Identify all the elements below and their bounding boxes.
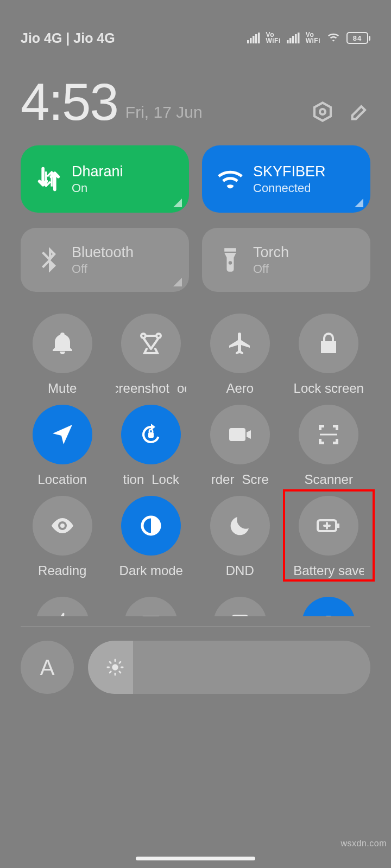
battery-icon: 84 bbox=[346, 32, 370, 44]
svg-rect-7 bbox=[292, 36, 294, 43]
floating-window-icon bbox=[229, 612, 251, 616]
svg-rect-1 bbox=[250, 38, 252, 43]
mini-toggle-4[interactable] bbox=[287, 597, 371, 616]
moon-icon bbox=[227, 513, 253, 539]
expand-icon[interactable] bbox=[355, 199, 363, 207]
mobile-data-tile[interactable]: Dharani On bbox=[21, 145, 189, 213]
vibrate-icon bbox=[317, 612, 340, 616]
bell-icon bbox=[49, 330, 75, 356]
edit-icon[interactable] bbox=[349, 101, 370, 123]
svg-rect-2 bbox=[253, 36, 255, 43]
svg-line-28 bbox=[110, 672, 111, 673]
location-toggle[interactable]: Location bbox=[21, 405, 104, 487]
toggle-label: Dark mode bbox=[119, 563, 183, 578]
toggle-label: rderScre bbox=[211, 472, 269, 487]
svg-point-21 bbox=[112, 664, 118, 670]
eye-icon bbox=[49, 513, 75, 539]
rotation-lock-toggle[interactable]: tionLock bbox=[110, 405, 193, 487]
svg-rect-6 bbox=[289, 38, 292, 43]
toggle-label: Aero bbox=[226, 381, 254, 396]
divider bbox=[21, 626, 370, 627]
bluetooth-title: Bluetooth bbox=[72, 244, 134, 261]
mobile-data-title: Dharani bbox=[72, 163, 123, 180]
torch-status: Off bbox=[253, 262, 289, 276]
torch-icon bbox=[216, 246, 244, 274]
carrier-label: Jio 4G | Jio 4G bbox=[21, 30, 115, 46]
video-icon bbox=[227, 422, 253, 448]
reading-mode-toggle[interactable]: Reading bbox=[21, 496, 104, 578]
toggle-label: Battery saver bbox=[293, 563, 364, 578]
clock-header: 4:53 Fri, 17 Jun bbox=[0, 76, 391, 142]
bluetooth-status: Off bbox=[72, 262, 134, 276]
wifi-status: Connected bbox=[253, 181, 326, 195]
torch-title: Torch bbox=[253, 244, 289, 261]
svg-rect-13 bbox=[148, 432, 154, 438]
settings-icon[interactable] bbox=[312, 101, 333, 123]
svg-rect-4 bbox=[258, 33, 260, 43]
torch-tile[interactable]: Torch Off bbox=[202, 228, 370, 292]
svg-rect-0 bbox=[247, 40, 249, 43]
expand-icon[interactable] bbox=[173, 278, 182, 286]
mobile-data-status: On bbox=[72, 181, 123, 195]
cast-icon bbox=[140, 612, 162, 616]
toggle-label: Mute bbox=[48, 381, 77, 396]
wifi-title: SKYFIBER bbox=[253, 163, 326, 180]
toggle-label: tionLock bbox=[123, 472, 179, 487]
mute-toggle[interactable]: Mute bbox=[21, 314, 104, 396]
brightness-row: A bbox=[0, 641, 391, 694]
toggle-label: DND bbox=[226, 563, 254, 578]
brightness-icon bbox=[106, 658, 124, 676]
dark-mode-icon bbox=[138, 513, 164, 539]
home-indicator[interactable] bbox=[136, 857, 255, 860]
vowifi-icon: VoWiFi bbox=[306, 32, 320, 44]
clock-time: 4:53 bbox=[21, 76, 118, 128]
toggle-label: Screenshotode bbox=[116, 381, 186, 396]
expand-icon[interactable] bbox=[173, 199, 182, 207]
airplane-icon bbox=[227, 330, 253, 356]
mobile-data-icon bbox=[35, 165, 63, 193]
quick-toggles-row-4 bbox=[0, 597, 391, 616]
mini-toggle-3[interactable] bbox=[198, 597, 282, 616]
signal-icon bbox=[287, 33, 300, 43]
airplane-toggle[interactable]: Aero bbox=[198, 314, 282, 396]
bolt-icon bbox=[51, 612, 74, 616]
svg-rect-5 bbox=[287, 40, 289, 43]
quick-toggles-grid: Mute Screenshotode Aero Lock screen Loca… bbox=[0, 314, 391, 578]
rotation-lock-icon bbox=[138, 422, 164, 448]
dark-mode-toggle[interactable]: Dark mode bbox=[110, 496, 193, 578]
bluetooth-tile[interactable]: Bluetooth Off bbox=[21, 228, 189, 292]
screen-record-toggle[interactable]: rderScre bbox=[198, 405, 282, 487]
dnd-toggle[interactable]: DND bbox=[198, 496, 282, 578]
status-bar: Jio 4G | Jio 4G VoWiFi VoWiFi 84 bbox=[0, 0, 391, 76]
svg-rect-12 bbox=[351, 104, 368, 120]
wifi-tile[interactable]: SKYFIBER Connected bbox=[202, 145, 370, 213]
brightness-slider[interactable] bbox=[88, 641, 370, 694]
watermark: wsxdn.com bbox=[340, 839, 387, 848]
clock-date: Fri, 17 Jun bbox=[125, 103, 203, 122]
brightness-slider-thumb[interactable] bbox=[88, 641, 133, 694]
screenshot-icon bbox=[138, 330, 164, 356]
svg-rect-3 bbox=[255, 34, 257, 43]
toggle-label: Location bbox=[37, 472, 87, 487]
auto-brightness-button[interactable]: A bbox=[21, 641, 74, 694]
scanner-toggle[interactable]: Scanner bbox=[287, 405, 371, 487]
svg-rect-16 bbox=[337, 524, 339, 528]
status-icons: VoWiFi VoWiFi 84 bbox=[247, 32, 370, 44]
svg-rect-20 bbox=[325, 616, 332, 616]
svg-rect-9 bbox=[298, 33, 300, 43]
signal-icon bbox=[247, 33, 260, 43]
mini-toggle-2[interactable] bbox=[110, 597, 193, 616]
toggle-label: Lock screen bbox=[294, 381, 364, 396]
mini-toggle-1[interactable] bbox=[21, 597, 104, 616]
battery-saver-icon bbox=[316, 513, 342, 539]
lock-screen-toggle[interactable]: Lock screen bbox=[287, 314, 371, 396]
battery-saver-toggle[interactable]: Battery saver bbox=[287, 496, 371, 578]
svg-rect-8 bbox=[295, 34, 297, 43]
location-icon bbox=[49, 422, 75, 448]
toggle-label: Scanner bbox=[305, 472, 353, 487]
vowifi-icon: VoWiFi bbox=[266, 32, 281, 44]
toggle-label: Reading bbox=[38, 563, 86, 578]
lock-icon bbox=[316, 330, 342, 356]
screenshot-toggle[interactable]: Screenshotode bbox=[110, 314, 193, 396]
battery-percent: 84 bbox=[346, 32, 368, 44]
